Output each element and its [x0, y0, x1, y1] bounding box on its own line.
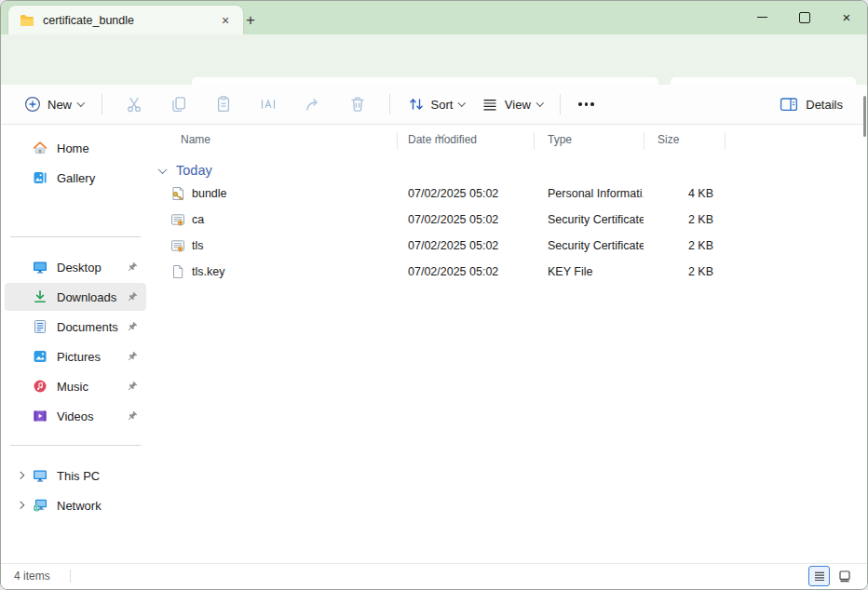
sort-button[interactable]: Sort [400, 88, 473, 120]
pictures-icon [33, 349, 47, 364]
share-button[interactable] [291, 88, 335, 120]
pin-icon [126, 261, 138, 274]
sidebar-item-this-pc[interactable]: This PC [5, 462, 146, 489]
file-type-cell: Security Certificate [534, 239, 644, 252]
new-label: New [47, 98, 72, 112]
file-name-cell: bundle [150, 186, 397, 201]
status-divider [70, 570, 71, 583]
details-pane-button[interactable]: Details [772, 88, 850, 120]
copy-button[interactable] [156, 88, 201, 120]
explorer-tab[interactable]: certificate_bundle × [8, 6, 243, 34]
pin-icon [126, 291, 138, 303]
chevron-down-icon [536, 100, 544, 107]
file-size-cell: 2 KB [644, 265, 725, 278]
file-date-cell: 07/02/2025 05:02 [397, 265, 534, 278]
new-icon [24, 96, 41, 113]
rename-icon [259, 95, 278, 114]
column-header-type[interactable]: Type [548, 133, 572, 146]
sidebar-item-desktop[interactable]: Desktop [5, 253, 146, 281]
group-label: Today [176, 163, 212, 178]
sidebar-item-label: Desktop [57, 261, 126, 275]
paste-button[interactable] [201, 88, 246, 120]
paste-icon [214, 95, 233, 114]
security-certificate-icon [170, 212, 185, 227]
more-options-button[interactable] [570, 88, 603, 120]
sidebar-item-gallery[interactable]: Gallery [5, 164, 146, 192]
key-file-icon [170, 264, 185, 279]
sidebar-item-label: Gallery [57, 171, 146, 185]
minimize-icon [757, 17, 767, 18]
sidebar-item-network[interactable]: Network [5, 491, 146, 519]
column-header-size[interactable]: Size [658, 133, 679, 146]
chevron-down-icon [77, 100, 85, 107]
sidebar-item-label: Network [57, 499, 146, 513]
file-size-cell: 2 KB [644, 239, 725, 252]
view-label: View [505, 98, 531, 112]
close-button[interactable]: × [825, 1, 868, 34]
pfx-certificate-icon [170, 186, 185, 201]
expand-chevron-icon[interactable] [17, 472, 24, 479]
desktop-icon [33, 260, 47, 275]
column-divider[interactable] [644, 132, 644, 150]
sidebar-item-documents[interactable]: Documents [5, 313, 146, 341]
sidebar-item-home[interactable]: Home [5, 134, 146, 162]
details-view-toggle[interactable] [808, 566, 830, 586]
details-view-icon [812, 569, 827, 583]
minimize-button[interactable] [740, 1, 783, 34]
file-explorer-window: certificate_bundle × + × ← → ↑ › Downloa… [0, 0, 868, 590]
chevron-down-icon [458, 100, 466, 107]
file-list-pane: Name Date modified Type Size Today bundl… [150, 125, 867, 564]
file-name: bundle [192, 187, 227, 200]
sidebar-separator [10, 445, 141, 446]
pin-icon [126, 381, 138, 393]
file-name-cell: tls [150, 238, 397, 253]
file-row-tls-key[interactable]: tls.key 07/02/2025 05:02 KEY File 2 KB [150, 259, 861, 285]
delete-icon [348, 95, 367, 114]
column-divider[interactable] [397, 132, 398, 150]
sidebar-separator [10, 236, 141, 237]
file-row-ca[interactable]: ca 07/02/2025 05:02 Security Certificate… [150, 207, 861, 233]
sidebar-item-downloads[interactable]: Downloads [5, 283, 146, 311]
new-tab-button[interactable]: + [237, 7, 264, 33]
tab-title: certificate_bundle [43, 14, 215, 27]
group-header-today[interactable]: Today [150, 158, 212, 182]
navigation-pane: Home Gallery Desktop Downloads Documents… [1, 125, 150, 564]
toolbar-divider [560, 94, 561, 114]
view-icon [481, 96, 498, 113]
toolbar-divider [389, 94, 390, 114]
new-button[interactable]: New [16, 88, 92, 120]
file-row-tls[interactable]: tls 07/02/2025 05:02 Security Certificat… [150, 233, 861, 259]
view-button[interactable]: View [473, 88, 550, 120]
sidebar-item-label: Music [57, 380, 126, 394]
gallery-icon [33, 170, 47, 185]
pin-icon [126, 410, 138, 422]
cut-button[interactable] [112, 88, 156, 120]
rename-button[interactable] [246, 88, 291, 120]
delete-button[interactable] [335, 88, 380, 120]
share-icon [304, 95, 322, 114]
maximize-button[interactable] [783, 1, 826, 34]
column-divider[interactable] [725, 132, 726, 150]
column-divider[interactable] [534, 132, 535, 150]
expand-chevron-icon[interactable] [17, 502, 24, 509]
file-name-cell: ca [150, 212, 397, 227]
file-date-cell: 07/02/2025 05:02 [397, 239, 534, 252]
collapse-chevron-icon[interactable] [158, 165, 168, 174]
sort-label: Sort [431, 98, 454, 112]
this-pc-icon [33, 468, 47, 483]
large-icons-view-toggle[interactable] [834, 566, 855, 586]
sidebar-item-music[interactable]: Music [5, 372, 146, 400]
file-name: tls.key [192, 265, 224, 278]
vertical-scrollbar-thumb[interactable] [863, 96, 866, 137]
sidebar-item-videos[interactable]: Videos [5, 402, 146, 430]
status-bar: 4 items [1, 563, 867, 589]
music-icon [33, 379, 47, 394]
column-header-name[interactable]: Name [181, 133, 210, 146]
file-size-cell: 4 KB [644, 187, 725, 200]
sort-icon [408, 96, 425, 113]
navigation-bar: ← → ↑ › Downloads › certificate_bundle [1, 34, 867, 85]
file-row-bundle[interactable]: bundle 07/02/2025 05:02 Personal Informa… [150, 181, 861, 207]
tab-close-button[interactable]: × [215, 10, 236, 31]
sidebar-item-pictures[interactable]: Pictures [5, 342, 146, 370]
network-icon [33, 498, 47, 513]
